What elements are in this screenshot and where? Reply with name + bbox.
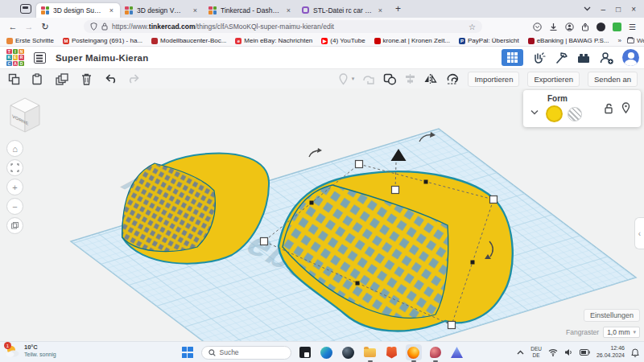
bookmark-item[interactable]: PPayPal: Übersicht (459, 37, 519, 44)
search-icon (208, 349, 216, 356)
more-bookmarks-folder[interactable]: Weitere Lesezeichen (627, 37, 644, 44)
duplicate-icon[interactable] (56, 73, 68, 85)
fit-view-button[interactable] (6, 159, 23, 176)
design-title[interactable]: Super Maimu-Kieran (56, 53, 148, 63)
bookmark-star-icon[interactable]: ☆ (469, 23, 476, 31)
group-icon[interactable] (383, 73, 397, 85)
wifi-icon[interactable] (548, 348, 558, 356)
language-indicator[interactable]: DEUDE (530, 346, 542, 359)
tab-active[interactable]: 3D design Super Maimu-Kieran × (36, 3, 120, 18)
app-icon-explorer[interactable] (362, 344, 378, 360)
copy-icon[interactable] (8, 73, 20, 85)
tab-close-icon[interactable]: × (192, 6, 199, 14)
tab-vw-gitter[interactable]: 3D design VW Gitter - Tinkerca... × (120, 3, 204, 18)
extension-dark-icon[interactable] (597, 23, 605, 31)
zoom-out-button[interactable]: − (6, 198, 23, 215)
bookmark-item[interactable]: MPosteingang (691) - ha... (63, 37, 142, 44)
undo-icon[interactable] (105, 74, 118, 84)
visibility-pin-icon[interactable] (621, 102, 630, 117)
view-cube[interactable]: VORNE (6, 97, 43, 135)
delete-icon[interactable] (81, 73, 92, 85)
app-icon-firefox[interactable] (406, 344, 422, 360)
redo-icon[interactable] (127, 74, 140, 84)
import-button[interactable]: Importieren (468, 72, 519, 87)
collapse-panel-chevron-icon[interactable] (530, 104, 539, 118)
tab-close-icon[interactable]: × (285, 6, 292, 14)
forward-button[interactable]: → (21, 22, 37, 31)
tray-expand-chevron-icon[interactable] (517, 350, 524, 355)
tab-list-chevron-icon[interactable] (584, 6, 591, 11)
export-button[interactable]: Exportieren (527, 72, 580, 87)
tab-dashboard[interactable]: Tinkercad - Dashboard × (204, 3, 297, 18)
window-maximize-button[interactable]: □ (616, 5, 621, 14)
url-text[interactable]: https://www.tinkercad.com/things/clfASMo… (112, 23, 464, 31)
taskbar-search[interactable]: Suche (201, 346, 291, 360)
view-controls: ⌂ + − (6, 140, 23, 234)
start-button[interactable] (180, 344, 196, 360)
ungroup-icon[interactable] (362, 73, 375, 84)
simlab-hand-icon[interactable] (531, 51, 546, 65)
tinkercad-header: TIN KER CAD Super Maimu-Kieran (0, 47, 644, 69)
align-icon[interactable] (405, 73, 415, 84)
design-canvas[interactable]: Arbeitsebene (0, 88, 644, 341)
speaker-icon[interactable] (564, 348, 573, 356)
battery-icon[interactable] (580, 349, 590, 356)
shapes-grid-button[interactable] (502, 49, 523, 66)
window-close-button[interactable]: × (631, 5, 636, 14)
paste-icon[interactable] (31, 73, 43, 85)
tab-close-icon[interactable]: × (108, 6, 115, 14)
bookmark-item[interactable]: ▶(4) YouTube (321, 37, 365, 44)
download-icon[interactable] (549, 23, 558, 31)
bookmark-favicon: P (459, 38, 465, 44)
color-swatch-yellow[interactable] (546, 105, 563, 122)
app-icon-taskview[interactable] (297, 344, 313, 360)
back-button[interactable]: ← (5, 22, 21, 31)
ruler-swirl-icon[interactable] (445, 73, 460, 85)
window-minimize-button[interactable]: – (601, 5, 606, 14)
app-icon-brave[interactable] (384, 344, 400, 360)
invite-person-icon[interactable] (599, 51, 614, 65)
tab-stl[interactable]: STL-Datei rc car Headlight gril... × (297, 3, 389, 18)
zoom-in-button[interactable]: + (6, 179, 23, 195)
perspective-toggle-button[interactable] (6, 217, 23, 234)
bookmark-item[interactable]: Erste Schritte (6, 37, 54, 44)
home-view-button[interactable]: ⌂ (6, 140, 23, 157)
url-bar[interactable]: https://www.tinkercad.com/things/clfASMo… (84, 20, 482, 33)
settings-button[interactable]: Einstellungen (584, 309, 640, 322)
reload-button[interactable]: ↻ (37, 22, 53, 32)
pocket-icon[interactable] (533, 23, 542, 31)
panel-collapse-tab[interactable]: ‹ (634, 217, 644, 249)
bookmark-item[interactable]: krone.at | Kronen Zeit... (374, 37, 450, 44)
user-avatar[interactable] (622, 49, 639, 66)
tinkercad-favicon (41, 6, 49, 14)
mirror-icon[interactable] (423, 73, 437, 84)
transparent-swatch[interactable] (568, 107, 582, 121)
tab-close-icon[interactable]: × (377, 6, 384, 14)
bookmark-item[interactable]: Modellbaucenter-Boc... (151, 37, 226, 44)
snap-grid-select[interactable]: 1,0 mm▾ (603, 327, 640, 338)
bookmark-item[interactable]: eBanking | BAWAG P.S... (528, 37, 609, 44)
lock-toggle-icon[interactable] (604, 103, 613, 117)
design-menu-icon[interactable] (34, 52, 46, 64)
extension-green-icon[interactable] (613, 23, 621, 31)
app-icon-triangle-app[interactable] (449, 344, 465, 360)
workplane-pin-icon[interactable] (338, 73, 349, 85)
tinkercad-logo[interactable]: TIN KER CAD (6, 49, 24, 67)
shield-icon[interactable] (90, 23, 97, 31)
bookmark-item[interactable]: eMein eBay: Nachrichten (235, 37, 312, 44)
send-to-button[interactable]: Senden an (588, 72, 638, 87)
notifications-bell-icon[interactable] (631, 348, 639, 357)
app-icon-pink-app[interactable] (427, 344, 444, 360)
clock[interactable]: 12:4626.04.2024 (597, 345, 625, 360)
firefox-view-icon[interactable] (20, 4, 31, 14)
account-icon[interactable] (565, 23, 574, 31)
brick-icon[interactable] (576, 52, 591, 64)
bookmarks-overflow-icon[interactable]: » (617, 37, 621, 44)
app-icon-edge[interactable] (319, 344, 335, 360)
pin-dropdown-caret[interactable]: ▾ (352, 76, 355, 82)
hammer-icon[interactable] (554, 51, 568, 65)
menu-hamburger-icon[interactable]: ☰ (629, 23, 636, 31)
share-icon[interactable] (581, 23, 589, 31)
new-tab-button[interactable]: + (395, 3, 401, 14)
app-icon-dark-sphere[interactable] (341, 344, 357, 360)
